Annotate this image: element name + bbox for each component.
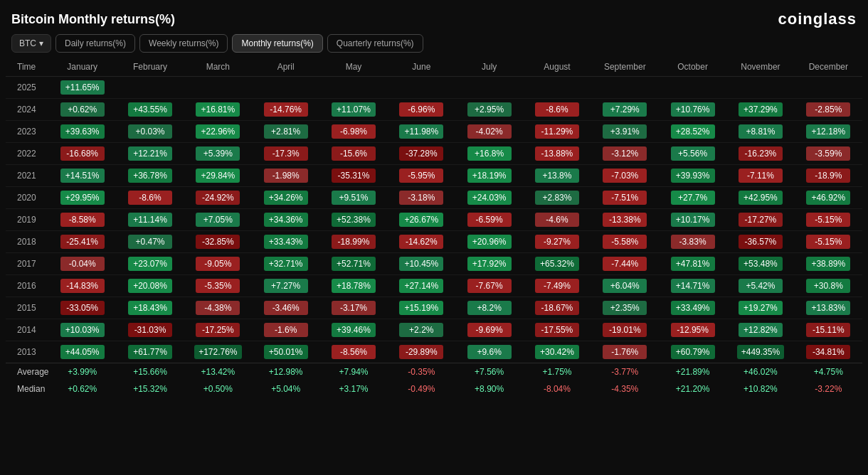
cell-value: +8.81% xyxy=(726,121,794,143)
cell-value: +12.21% xyxy=(116,143,184,165)
cell-value: -6.59% xyxy=(455,209,523,231)
cell-value: +39.63% xyxy=(48,121,116,143)
table-row: 2021+14.51%+36.78%+29.84%-1.98%-35.31%-5… xyxy=(6,165,862,187)
cell-value: +449.35% xyxy=(726,341,794,363)
cell-value: -5.95% xyxy=(388,165,455,187)
cell-value: +10.03% xyxy=(48,319,116,341)
returns-table-container: Time January February March April May Ju… xyxy=(0,58,868,397)
cell-value: +28.52% xyxy=(659,121,726,143)
median-label: Median xyxy=(6,380,48,397)
cell-value: -7.51% xyxy=(591,187,659,209)
cell-value: - xyxy=(252,77,319,99)
cell-value: -6.98% xyxy=(319,121,387,143)
average-value: +46.02% xyxy=(726,363,794,381)
cell-value: -7.44% xyxy=(591,253,659,275)
cell-value: - xyxy=(455,77,523,99)
table-row: 2022-16.68%+12.21%+5.39%-17.3%-15.6%-37.… xyxy=(6,143,862,165)
cell-value: +27.7% xyxy=(659,187,726,209)
cell-value: -3.83% xyxy=(659,231,726,253)
year-label: 2023 xyxy=(6,121,48,143)
cell-value: -17.27% xyxy=(726,209,794,231)
cell-value: -5.58% xyxy=(591,231,659,253)
cell-value: -3.46% xyxy=(252,297,319,319)
cell-value: +2.95% xyxy=(455,99,523,121)
col-january: January xyxy=(48,58,116,77)
cell-value: - xyxy=(184,77,252,99)
average-value: +7.56% xyxy=(455,363,523,381)
cell-value: +2.81% xyxy=(252,121,319,143)
cell-value: -17.3% xyxy=(252,143,319,165)
cell-value: +61.77% xyxy=(116,341,184,363)
cell-value: -7.11% xyxy=(726,165,794,187)
cell-value: -16.68% xyxy=(48,143,116,165)
tab-monthly[interactable]: Monthly returns(%) xyxy=(232,34,322,53)
year-label: 2025 xyxy=(6,77,48,99)
cell-value: +33.49% xyxy=(659,297,726,319)
year-label: 2014 xyxy=(6,319,48,341)
table-row: 2017-0.04%+23.07%-9.05%+32.71%+52.71%+10… xyxy=(6,253,862,275)
cell-value: -4.02% xyxy=(455,121,523,143)
average-value: +3.99% xyxy=(48,363,116,381)
average-value: -3.77% xyxy=(591,363,659,381)
cell-value: +24.03% xyxy=(455,187,523,209)
table-row: 2016-14.83%+20.08%-5.35%+7.27%+18.78%+27… xyxy=(6,275,862,297)
average-label: Average xyxy=(6,363,48,381)
cell-value: +172.76% xyxy=(184,341,252,363)
cell-value: +52.71% xyxy=(319,253,387,275)
cell-value: +22.96% xyxy=(184,121,252,143)
tab-weekly[interactable]: Weekly returns(%) xyxy=(139,34,228,53)
table-row: 2024+0.62%+43.55%+16.81%-14.76%+11.07%-6… xyxy=(6,99,862,121)
year-label: 2017 xyxy=(6,253,48,275)
cell-value: -3.18% xyxy=(388,187,455,209)
cell-value: -15.11% xyxy=(795,319,862,341)
cell-value: -0.04% xyxy=(48,253,116,275)
year-label: 2022 xyxy=(6,143,48,165)
cell-value: -8.6% xyxy=(116,187,184,209)
cell-value: -9.05% xyxy=(184,253,252,275)
median-value: +0.50% xyxy=(184,380,252,397)
cell-value: -2.85% xyxy=(795,99,862,121)
col-march: March xyxy=(184,58,252,77)
cell-value: -5.15% xyxy=(795,231,862,253)
cell-value: +16.81% xyxy=(184,99,252,121)
tab-quarterly[interactable]: Quarterly returns(%) xyxy=(327,34,423,53)
average-value: -0.35% xyxy=(388,363,455,381)
cell-value: - xyxy=(388,77,455,99)
cell-value: -33.05% xyxy=(48,297,116,319)
average-value: +13.42% xyxy=(184,363,252,381)
coin-selector[interactable]: BTC ▾ xyxy=(11,34,51,53)
cell-value: -5.35% xyxy=(184,275,252,297)
cell-value: +47.81% xyxy=(659,253,726,275)
cell-value: -13.88% xyxy=(523,143,591,165)
table-row: 2020+29.95%-8.6%-24.92%+34.26%+9.51%-3.1… xyxy=(6,187,862,209)
cell-value: - xyxy=(591,77,659,99)
cell-value: +30.8% xyxy=(795,275,862,297)
cell-value: -6.96% xyxy=(388,99,455,121)
year-label: 2015 xyxy=(6,297,48,319)
year-label: 2019 xyxy=(6,209,48,231)
cell-value: +11.98% xyxy=(388,121,455,143)
col-november: November xyxy=(726,58,794,77)
col-april: April xyxy=(252,58,319,77)
cell-value: -5.15% xyxy=(795,209,862,231)
cell-value: - xyxy=(659,77,726,99)
cell-value: -37.28% xyxy=(388,143,455,165)
median-value: +21.20% xyxy=(659,380,726,397)
cell-value: +19.27% xyxy=(726,297,794,319)
year-label: 2016 xyxy=(6,275,48,297)
cell-value: +13.8% xyxy=(523,165,591,187)
tab-daily[interactable]: Daily returns(%) xyxy=(55,34,135,53)
cell-value: +10.76% xyxy=(659,99,726,121)
cell-value: +15.19% xyxy=(388,297,455,319)
col-august: August xyxy=(523,58,591,77)
cell-value: -7.49% xyxy=(523,275,591,297)
cell-value: +18.43% xyxy=(116,297,184,319)
cell-value: +5.42% xyxy=(726,275,794,297)
cell-value: +34.26% xyxy=(252,187,319,209)
col-february: February xyxy=(116,58,184,77)
cell-value: +29.84% xyxy=(184,165,252,187)
cell-value: +52.38% xyxy=(319,209,387,231)
average-value: +4.75% xyxy=(795,363,862,381)
col-may: May xyxy=(319,58,387,77)
cell-value: +11.65% xyxy=(48,77,116,99)
